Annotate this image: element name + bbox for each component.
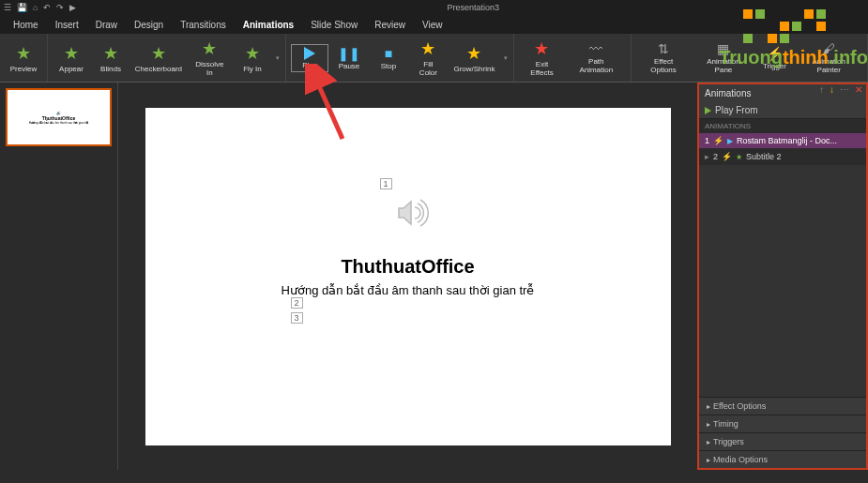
trigger-icon: ⚡ xyxy=(767,46,783,61)
play-icon: ▶ xyxy=(727,137,733,145)
animation-tag-1[interactable]: 1 xyxy=(380,178,392,189)
effect-checkerboard-button[interactable]: ★Checkerboard xyxy=(132,41,185,75)
timing-section[interactable]: Timing xyxy=(699,415,866,432)
options-icon: ⇅ xyxy=(658,41,669,56)
animation-tag-3[interactable]: 3 xyxy=(291,312,303,324)
ribbon-tabs: Home Insert Draw Design Transitions Anim… xyxy=(0,15,868,34)
path-icon: 〰 xyxy=(589,41,602,56)
effect-dissolve-button[interactable]: ★Dissolve In xyxy=(189,37,231,79)
trigger-button[interactable]: ⚡Trigger xyxy=(756,44,792,72)
qat-save-icon[interactable]: 💾 xyxy=(17,3,27,12)
slide-canvas: 1 2 3 ThuthuatOffice Hướng dẫn bắt đầu â… xyxy=(118,83,697,470)
slide[interactable]: 1 2 3 ThuthuatOffice Hướng dẫn bắt đầu â… xyxy=(145,108,671,445)
pane-icon: ▦ xyxy=(717,41,729,56)
animation-list-item[interactable]: ▸ 2 ⚡ ★ Subtitle 2 xyxy=(699,149,866,165)
animation-list-item[interactable]: 1 ⚡ ▶ Rostam Batmanglij - Doc... xyxy=(699,133,866,149)
effect-options-button[interactable]: ⇅Effect Options xyxy=(637,39,691,76)
media-options-section[interactable]: Media Options xyxy=(699,450,866,468)
animation-pane: Animations ↑ ↓ ⋯ ✕ Play From ANIMATIONS … xyxy=(697,83,868,470)
triggers-section[interactable]: Triggers xyxy=(699,432,866,450)
move-down-icon[interactable]: ↓ xyxy=(830,84,834,95)
slide-title[interactable]: ThuthuatOffice xyxy=(341,256,474,278)
star-icon: ★ xyxy=(151,43,166,64)
preview-label: Preview xyxy=(10,65,37,73)
qat-start-icon[interactable]: ▶ xyxy=(69,3,76,12)
tab-review[interactable]: Review xyxy=(367,17,413,33)
trigger-icon: ⚡ xyxy=(713,136,723,145)
star-icon: ★ xyxy=(103,43,118,64)
close-icon[interactable]: ✕ xyxy=(855,84,862,95)
qat-redo-icon[interactable]: ↷ xyxy=(56,3,64,12)
pause-icon: ❚❚ xyxy=(338,46,360,61)
audio-icon[interactable] xyxy=(389,192,431,237)
star-icon: ★ xyxy=(16,43,31,64)
tab-home[interactable]: Home xyxy=(6,17,46,33)
play-button[interactable]: Play xyxy=(292,45,327,71)
ribbon: ★ Preview ★Appear ★Blinds ★Checkerboard … xyxy=(0,34,868,83)
effects-expand-icon[interactable]: ▾ xyxy=(276,54,280,62)
animation-tag-2[interactable]: 2 xyxy=(291,297,303,309)
qat-undo-icon[interactable]: ↶ xyxy=(43,3,51,12)
tab-insert[interactable]: Insert xyxy=(48,17,86,33)
preview-button[interactable]: ★ Preview xyxy=(6,41,41,75)
slide-thumbnail[interactable]: 🔊 ThuthuatOffice Hướng dẫn bắt đầu âm th… xyxy=(6,88,112,146)
move-up-icon[interactable]: ↑ xyxy=(819,84,824,95)
tab-transitions[interactable]: Transitions xyxy=(173,17,234,33)
quick-access-toolbar: ☰ 💾 ⌂ ↶ ↷ ▶ Presentation3 xyxy=(0,0,868,15)
growshrink-button[interactable]: ★Grow/Shrink xyxy=(450,41,498,75)
trigger-icon: ⚡ xyxy=(722,152,732,161)
effect-blinds-button[interactable]: ★Blinds xyxy=(93,41,129,75)
slide-subtitle[interactable]: Hướng dẫn bắt đầu âm thanh sau thời gian… xyxy=(282,283,535,297)
animations-section-label: ANIMATIONS xyxy=(699,119,866,133)
star-icon: ★ xyxy=(534,38,549,59)
star-icon: ★ xyxy=(64,43,79,64)
painter-icon: 🖌 xyxy=(822,41,835,56)
menu-icon[interactable]: ⋯ xyxy=(840,84,849,95)
stop-button[interactable]: ■Stop xyxy=(371,44,406,72)
effect-appear-button[interactable]: ★Appear xyxy=(53,41,89,75)
star-icon: ★ xyxy=(736,153,742,161)
animation-painter-button[interactable]: 🖌Animation Painter xyxy=(796,39,861,76)
content-area: 1 🔊 ThuthuatOffice Hướng dẫn bắt đầu âm … xyxy=(0,83,868,470)
tab-animations[interactable]: Animations xyxy=(236,17,301,33)
star-icon: ★ xyxy=(466,43,481,64)
pause-button[interactable]: ❚❚Pause xyxy=(331,44,367,72)
effect-flyin-button[interactable]: ★Fly In xyxy=(235,41,270,75)
path-animation-button[interactable]: 〰Path Animation xyxy=(568,39,625,76)
emphasis-expand-icon[interactable]: ▾ xyxy=(504,54,508,62)
play-icon xyxy=(705,107,711,114)
exit-effects-button[interactable]: ★Exit Effects xyxy=(520,37,564,79)
star-icon: ★ xyxy=(245,43,260,64)
tab-draw[interactable]: Draw xyxy=(88,17,125,33)
animation-pane-button[interactable]: ▦Animation Pane xyxy=(693,39,753,76)
stop-icon: ■ xyxy=(385,46,392,61)
play-icon xyxy=(304,47,315,60)
star-icon: ★ xyxy=(202,38,217,59)
tab-view[interactable]: View xyxy=(415,17,450,33)
tab-design[interactable]: Design xyxy=(127,17,171,33)
qat-home-icon[interactable]: ⌂ xyxy=(33,3,38,12)
qat-menu-icon[interactable]: ☰ xyxy=(4,3,11,12)
star-icon: ★ xyxy=(420,38,435,59)
play-from-button[interactable]: Play From xyxy=(699,102,866,119)
thumbnail-panel: 1 🔊 ThuthuatOffice Hướng dẫn bắt đầu âm … xyxy=(0,83,118,470)
fillcolor-button[interactable]: ★Fill Color xyxy=(410,37,447,79)
window-title: Presentation3 xyxy=(82,3,864,12)
effect-options-section[interactable]: Effect Options xyxy=(699,397,866,415)
tab-slideshow[interactable]: Slide Show xyxy=(303,17,365,33)
